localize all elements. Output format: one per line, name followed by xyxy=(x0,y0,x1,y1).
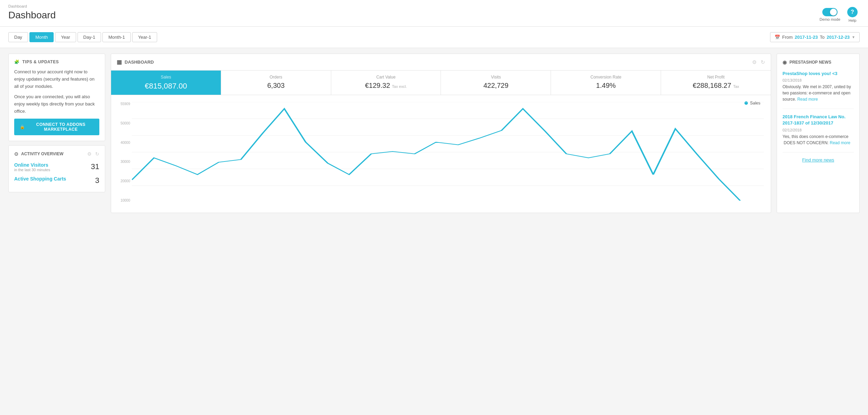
filter-month-1[interactable]: Month-1 xyxy=(102,32,131,42)
filter-day[interactable]: Day xyxy=(8,32,28,42)
stat-visits-label: Visits xyxy=(446,75,545,80)
stat-visits[interactable]: Visits 422,729 xyxy=(441,71,551,95)
y-axis: 55909 50000 40000 30000 20000 10000 xyxy=(115,102,130,202)
filter-year-1[interactable]: Year-1 xyxy=(132,32,157,42)
dashboard-header-controls: ⚙ ↻ xyxy=(752,59,765,65)
demo-mode-toggle[interactable] xyxy=(822,8,838,16)
y-label-1: 55909 xyxy=(115,102,130,106)
stat-cart-value-val: €129.32 Tax excl. xyxy=(337,82,435,90)
demo-mode-label: Demo mode xyxy=(820,17,840,21)
filter-day-1[interactable]: Day-1 xyxy=(78,32,101,42)
to-label: To xyxy=(820,35,825,40)
from-label: From xyxy=(782,35,793,40)
chart-area: Sales 55909 50000 40000 30000 20000 1000… xyxy=(111,95,771,213)
activity-controls: ⚙ ↻ xyxy=(87,151,99,157)
stat-conversion[interactable]: Conversion Rate 1.49% xyxy=(551,71,661,95)
dashboard-card: ▦ DASHBOARD ⚙ ↻ Sales €815,087.00 xyxy=(111,54,771,213)
stat-sales-label: Sales xyxy=(117,75,215,80)
dashboard-card-header: ▦ DASHBOARD ⚙ ↻ xyxy=(111,54,771,71)
connect-marketplace-button[interactable]: 🔒 CONNECT TO ADDONS MARKETPLACE xyxy=(14,119,99,135)
news-item-2-title[interactable]: 2018 French Finance Law No. 2017-1837 of… xyxy=(783,114,854,126)
activity-settings-icon[interactable]: ⚙ xyxy=(87,151,92,157)
bar-chart-icon: ▦ xyxy=(117,59,122,65)
stat-cart-value[interactable]: Cart Value €129.32 Tax excl. xyxy=(331,71,441,95)
activity-title: ⊙ ACTIVITY OVERVIEW xyxy=(14,151,63,157)
active-carts-value: 3 xyxy=(95,176,99,185)
left-panel: 🧩 TIPS & UPDATES Connect to your account… xyxy=(8,54,105,213)
activity-header: ⊙ ACTIVITY OVERVIEW ⚙ ↻ xyxy=(14,151,99,157)
help-container: ? Help xyxy=(847,7,858,22)
stat-orders[interactable]: Orders 6,303 xyxy=(221,71,331,95)
stat-sales[interactable]: Sales €815,087.00 xyxy=(111,71,221,95)
news-item-1: PrestaShop loves you! <3 02/13/2018 Obvi… xyxy=(783,71,854,102)
activity-refresh-icon[interactable]: ↻ xyxy=(95,151,99,157)
dashboard-card-title: ▦ DASHBOARD xyxy=(117,59,154,65)
dashboard-title-text: DASHBOARD xyxy=(125,59,154,65)
news-item-2: 2018 French Finance Law No. 2017-1837 of… xyxy=(783,114,854,146)
toggle-knob xyxy=(830,9,837,16)
active-carts-label[interactable]: Active Shopping Carts xyxy=(14,176,66,182)
tips-text2: Once you are connected, you will also en… xyxy=(14,93,99,115)
date-range-picker[interactable]: 📅 From 2017-11-23 To 2017-12-23 ▼ xyxy=(770,32,860,42)
date-to: 2017-12-23 xyxy=(827,35,850,40)
y-label-4: 30000 xyxy=(115,160,130,164)
news-header: ◉ PRESTASHOP NEWS xyxy=(783,59,854,65)
stat-net-profit[interactable]: Net Profit €288,168.27 Tax xyxy=(661,71,771,95)
right-panel: ◉ PRESTASHOP NEWS PrestaShop loves you! … xyxy=(777,54,860,213)
online-visitors-info: Online Visitors in the last 30 minutes xyxy=(14,162,50,172)
clock-icon: ⊙ xyxy=(14,151,18,157)
dashboard-refresh-icon[interactable]: ↻ xyxy=(761,59,765,65)
chart-svg-container xyxy=(132,102,764,202)
main-content: 🧩 TIPS & UPDATES Connect to your account… xyxy=(0,48,868,219)
stat-sales-value: €815,087.00 xyxy=(117,82,215,91)
news-item-2-date: 02/12/2018 xyxy=(783,128,854,132)
activity-card: ⊙ ACTIVITY OVERVIEW ⚙ ↻ Online Visitors … xyxy=(8,145,105,192)
tips-title: TIPS & UPDATES xyxy=(22,59,59,64)
online-visitors-value: 31 xyxy=(91,162,99,171)
news-item-2-read-more[interactable]: Read more xyxy=(830,140,850,145)
filter-buttons: Day Month Year Day-1 Month-1 Year-1 xyxy=(8,32,157,42)
activity-label: ACTIVITY OVERVIEW xyxy=(21,151,63,156)
active-carts-info: Active Shopping Carts xyxy=(14,176,66,182)
find-more-news-link[interactable]: Find more news xyxy=(783,157,854,163)
date-from: 2017-11-23 xyxy=(795,35,818,40)
stat-conversion-value: 1.49% xyxy=(557,82,655,90)
dashboard-settings-icon[interactable]: ⚙ xyxy=(752,59,757,65)
rss-icon: ◉ xyxy=(783,59,787,65)
center-panel: ▦ DASHBOARD ⚙ ↻ Sales €815,087.00 xyxy=(111,54,771,213)
breadcrumb: Dashboard xyxy=(8,4,860,8)
y-label-5: 20000 xyxy=(115,179,130,183)
chart-line xyxy=(132,109,740,201)
stat-orders-value: 6,303 xyxy=(227,82,325,90)
news-item-1-text: Obviously. We met in 2007, united by two… xyxy=(783,84,854,102)
stat-visits-value: 422,729 xyxy=(446,82,545,90)
header-actions: Demo mode ? Help xyxy=(820,7,858,22)
news-title-label: PRESTASHOP NEWS xyxy=(789,60,831,65)
page-title: Dashboard xyxy=(8,10,860,21)
news-card: ◉ PRESTASHOP NEWS PrestaShop loves you! … xyxy=(777,54,860,213)
y-label-3: 40000 xyxy=(115,141,130,145)
lock-icon: 🔒 xyxy=(20,124,25,129)
online-visitors-label[interactable]: Online Visitors xyxy=(14,162,50,168)
filter-year[interactable]: Year xyxy=(55,32,76,42)
sales-chart xyxy=(132,102,764,202)
online-visitors-sublabel: in the last 30 minutes xyxy=(14,168,50,172)
stat-profit-value: €288,168.27 Tax xyxy=(667,82,765,90)
puzzle-icon: 🧩 xyxy=(14,59,20,64)
news-divider xyxy=(783,109,854,109)
help-label: Help xyxy=(849,18,857,22)
y-label-2: 50000 xyxy=(115,121,130,125)
tips-card: 🧩 TIPS & UPDATES Connect to your account… xyxy=(8,54,105,141)
help-button[interactable]: ? xyxy=(847,7,858,17)
header: Dashboard Dashboard Demo mode ? Help xyxy=(0,0,868,27)
filter-month[interactable]: Month xyxy=(29,32,54,42)
news-item-2-text: Yes, this does concern e-commerce DOES N… xyxy=(783,133,854,146)
stat-orders-label: Orders xyxy=(227,75,325,80)
news-item-1-title[interactable]: PrestaShop loves you! <3 xyxy=(783,71,854,77)
online-visitors-item: Online Visitors in the last 30 minutes 3… xyxy=(14,162,99,172)
news-divider-2 xyxy=(783,152,854,153)
stat-cart-label: Cart Value xyxy=(337,75,435,80)
tips-text1: Connect to your account right now to enj… xyxy=(14,68,99,90)
y-label-6: 10000 xyxy=(115,199,130,202)
news-item-1-read-more[interactable]: Read more xyxy=(797,97,818,102)
